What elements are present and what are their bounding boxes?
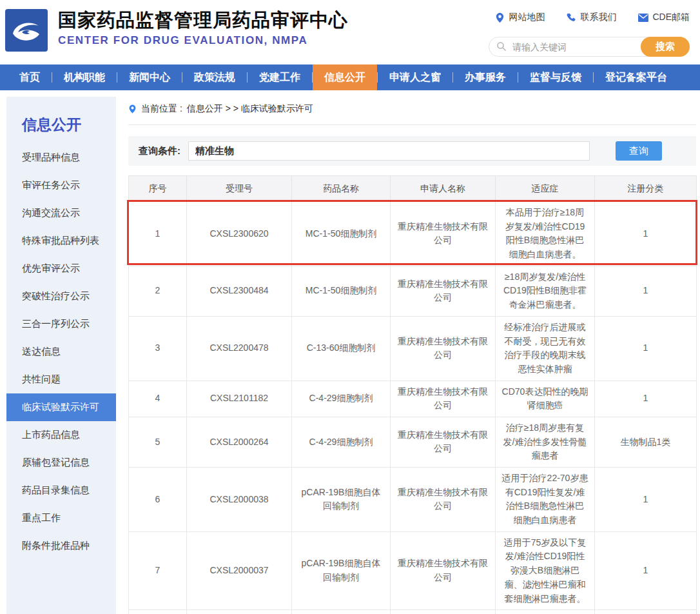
table-header-cell: 药品名称 xyxy=(292,176,391,202)
table-cell: CXSL2300484 xyxy=(187,266,292,316)
cde-mail-link-label: CDE邮箱 xyxy=(652,12,690,23)
sidebar-item[interactable]: 突破性治疗公示 xyxy=(6,282,116,310)
site-title: 国家药品监督管理局药品审评中心 xyxy=(58,10,348,31)
table-cell: 1 xyxy=(595,266,697,316)
table-cell: 适用于治疗3-21岁患有CD19阳性复发难治性急性淋巴细胞白血病患者。 xyxy=(496,610,595,614)
sidebar-item[interactable]: 沟通交流公示 xyxy=(6,199,116,227)
table-cell: 8 xyxy=(129,610,187,614)
site-header: 国家药品监督管理局药品审评中心 CENTER FOR DRUG EVALUATI… xyxy=(0,0,700,64)
table-row: 5CXSL2000264C-4-29细胞制剂重庆精准生物技术有限公司治疗≥18周… xyxy=(129,417,697,467)
table-cell: 5 xyxy=(129,417,187,467)
table-cell: CXSL2000037 xyxy=(187,531,292,609)
table-cell: 治疗≥18周岁患有复发/难治性多发性骨髓瘤患者 xyxy=(496,417,595,467)
table-cell: CXSL2200478 xyxy=(187,316,292,381)
table-cell: C-13-60细胞制剂 xyxy=(292,316,391,381)
table-cell: pCAR-19B细胞自体回输制剂 xyxy=(292,531,391,609)
table-row: 1CXSL2300620MC-1-50细胞制剂重庆精准生物技术有限公司本品用于治… xyxy=(129,202,697,266)
table-cell: 重庆精准生物技术有限公司 xyxy=(391,468,496,532)
table-row: 6CXSL2000038pCAR-19B细胞自体回输制剂重庆精准生物技术有限公司… xyxy=(129,468,697,532)
breadcrumb-label: 当前位置 : xyxy=(141,103,182,115)
title-block: 国家药品监督管理局药品审评中心 CENTER FOR DRUG EVALUATI… xyxy=(58,10,348,47)
table-cell: C-4-29细胞制剂 xyxy=(292,417,391,467)
sidebar-item[interactable]: 审评任务公示 xyxy=(6,172,116,199)
query-button[interactable]: 查询 xyxy=(616,141,662,161)
table-cell: 重庆精准生物技术有限公司 xyxy=(391,316,496,381)
table-cell: MC-1-50细胞制剂 xyxy=(292,202,391,266)
table-cell: 重庆精准生物技术有限公司 xyxy=(391,266,496,316)
table-cell: pCAR-19B细胞自体回输制剂 xyxy=(292,468,391,532)
table-header-cell: 受理号 xyxy=(187,176,292,202)
table-cell: 本品用于治疗≥18周岁复发/难治性CD19阳性B细胞急性淋巴细胞白血病患者。 xyxy=(496,202,595,266)
sidebar-item[interactable]: 上市药品信息 xyxy=(6,421,116,449)
cde-mail-link[interactable]: CDE邮箱 xyxy=(638,12,690,23)
table-cell: pCAR-19B细胞自体回输制剂 xyxy=(292,610,391,614)
nav-item[interactable]: 机构职能 xyxy=(52,64,117,90)
sitemap-link[interactable]: 网站地图 xyxy=(495,12,545,23)
sidebar-item[interactable]: 优先审评公示 xyxy=(6,255,116,282)
sidebar-item[interactable]: 送达信息 xyxy=(6,338,116,366)
sidebar-item[interactable]: 重点工作 xyxy=(6,504,116,532)
table-cell: 适用于治疗22-70岁患有CD19阳性复发/难治性B细胞急性淋巴细胞白血病患者 xyxy=(496,468,595,532)
content-area: 信息公开 受理品种信息审评任务公示沟通交流公示特殊审批品种列表优先审评公示突破性… xyxy=(0,97,700,614)
query-bar: 查询条件: 查询 xyxy=(128,136,696,166)
table-cell: CD70表达阳性的晚期肾细胞癌 xyxy=(496,381,595,417)
nav-item[interactable]: 监督与反馈 xyxy=(518,64,593,90)
main-panel: 当前位置 : 信息公开 > > 临床试验默示许可 查询条件: 查询 序号受理号药… xyxy=(128,97,696,614)
table-row: 8CXSL1800021pCAR-19B细胞自体回输制剂重庆精准生物技术有限公司… xyxy=(129,610,697,614)
table-cell: 经标准治疗后进展或不耐受，现已无有效治疗手段的晚期末线恶性实体肿瘤 xyxy=(496,316,595,381)
table-cell: ≥18周岁复发/难治性CD19阳性B细胞非霍奇金淋巴瘤患者。 xyxy=(496,266,595,316)
sidebar: 信息公开 受理品种信息审评任务公示沟通交流公示特殊审批品种列表优先审评公示突破性… xyxy=(6,97,116,614)
nav-item[interactable]: 登记备案平台 xyxy=(594,64,679,90)
sidebar-item[interactable]: 原辅包登记信息 xyxy=(6,449,116,477)
table-cell: 1 xyxy=(595,531,697,609)
sidebar-item[interactable]: 药品目录集信息 xyxy=(6,477,116,504)
table-row: 7CXSL2000037pCAR-19B细胞自体回输制剂重庆精准生物技术有限公司… xyxy=(129,531,697,609)
phone-icon xyxy=(567,13,576,23)
sidebar-item[interactable]: 临床试验默示许可 xyxy=(6,393,116,421)
table-cell: 6 xyxy=(129,468,187,532)
table-cell: CXSL2000038 xyxy=(187,468,292,532)
nav-item[interactable]: 政策法规 xyxy=(182,64,247,90)
table-header-cell: 序号 xyxy=(129,176,187,202)
contact-link[interactable]: 联系我们 xyxy=(567,12,616,23)
nav-item[interactable]: 办事服务 xyxy=(453,64,518,90)
nav-item[interactable]: 新闻中心 xyxy=(117,64,182,90)
table-cell: 1 xyxy=(595,381,697,417)
table-cell: 重庆精准生物技术有限公司 xyxy=(391,381,496,417)
table-row: 4CXSL2101182C-4-29细胞制剂重庆精准生物技术有限公司CD70表达… xyxy=(129,381,697,417)
site-subtitle: CENTER FOR DRUG EVALUATION, NMPA xyxy=(58,34,348,47)
cde-logo-swoosh-icon xyxy=(9,13,44,48)
nav-item[interactable]: 党建工作 xyxy=(248,64,312,90)
table-header-cell: 注册分类 xyxy=(595,176,697,202)
sidebar-item[interactable]: 特殊审批品种列表 xyxy=(6,227,116,255)
nav-item[interactable]: 申请人之窗 xyxy=(378,64,452,90)
contact-link-label: 联系我们 xyxy=(580,12,616,23)
table-cell: CXSL2300620 xyxy=(187,202,292,266)
table-cell: 1 xyxy=(129,202,187,266)
table-row: 2CXSL2300484MC-1-50细胞制剂重庆精准生物技术有限公司≥18周岁… xyxy=(129,266,697,316)
main-nav: 首页机构职能新闻中心政策法规党建工作信息公开申请人之窗办事服务监督与反馈登记备案… xyxy=(0,64,700,90)
breadcrumb-path[interactable]: 信息公开 > > 临床试验默示许可 xyxy=(187,103,313,115)
nav-item[interactable]: 首页 xyxy=(8,64,52,90)
sidebar-title: 信息公开 xyxy=(6,97,116,144)
sitemap-link-label: 网站地图 xyxy=(509,12,545,23)
table-cell: C-4-29细胞制剂 xyxy=(292,381,391,417)
table-cell: 2 xyxy=(129,266,187,316)
sidebar-item[interactable]: 受理品种信息 xyxy=(6,144,116,172)
quick-links: 网站地图 联系我们 CDE邮箱 xyxy=(495,12,690,23)
table-cell: 7 xyxy=(129,531,187,609)
cde-logo xyxy=(5,9,48,52)
search-button[interactable]: 搜索 xyxy=(641,37,690,57)
table-cell: 重庆精准生物技术有限公司 xyxy=(391,417,496,467)
sidebar-item[interactable]: 共性问题 xyxy=(6,366,116,393)
table-header-cell: 适应症 xyxy=(496,176,595,202)
table-cell: 1 xyxy=(595,202,697,266)
sidebar-item[interactable]: 三合一序列公示 xyxy=(6,310,116,338)
nav-item[interactable]: 信息公开 xyxy=(313,64,377,90)
sidebar-item[interactable]: 附条件批准品种 xyxy=(6,532,116,560)
table-header-row: 序号受理号药品名称申请人名称适应症注册分类 xyxy=(129,176,697,202)
table-header-cell: 申请人名称 xyxy=(391,176,496,202)
query-input[interactable] xyxy=(188,141,590,161)
breadcrumb-pin-icon xyxy=(128,104,137,114)
table-cell: CXSL2101182 xyxy=(187,381,292,417)
